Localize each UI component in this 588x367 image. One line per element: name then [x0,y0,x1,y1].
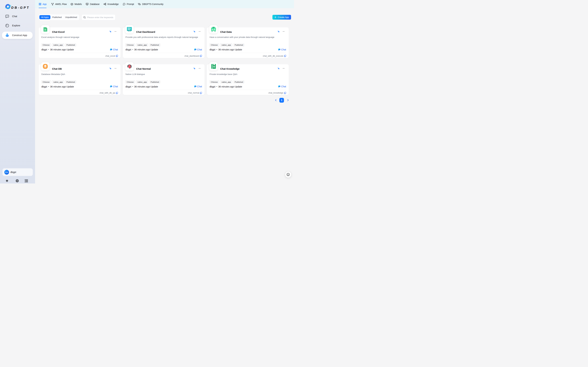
svg-text:X: X [44,28,46,31]
svg-text:DB-GPT: DB-GPT [11,6,30,9]
svg-text:SQL: SQL [86,3,88,4]
